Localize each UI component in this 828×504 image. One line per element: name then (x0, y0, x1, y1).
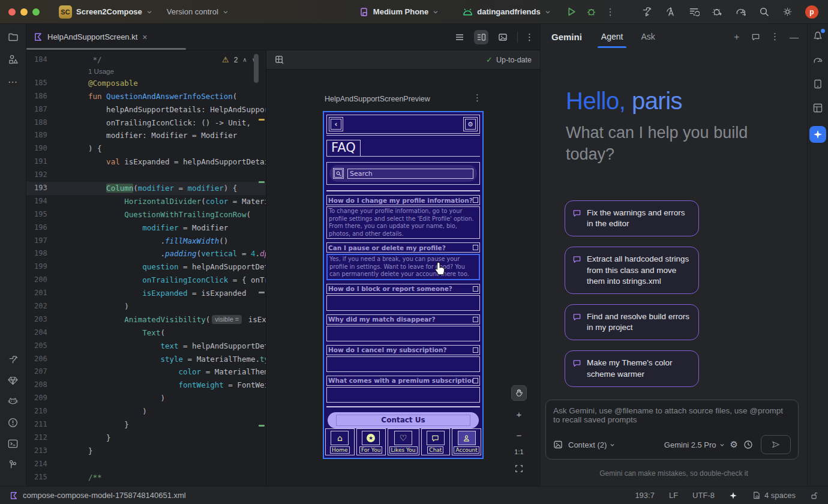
project-folder-icon[interactable] (7, 31, 19, 43)
wire-nav-item-chat[interactable]: Chat (421, 428, 451, 455)
wire-search-bar[interactable]: Search (329, 165, 477, 182)
more-horizontal-icon[interactable]: ⋯ (7, 76, 19, 88)
unlock-icon[interactable] (810, 491, 818, 500)
split-view-icon[interactable] (474, 30, 488, 44)
wire-faq-question[interactable]: Why did my match disappear? (326, 314, 480, 325)
run-config-selector[interactable]: datingandfriends (463, 7, 550, 16)
project-selector[interactable]: SC Screen2Compose (59, 5, 152, 19)
tabstrip-scrollbar[interactable] (26, 48, 186, 50)
chat-history-icon[interactable] (751, 32, 760, 41)
code-line[interactable]: 189 modifier: Modifier = Modifier (26, 129, 266, 142)
status-file-name[interactable]: compose-compose-model-1758748140651.xml (23, 491, 186, 500)
wire-faq-question[interactable]: How do I block or report someone? (326, 284, 480, 294)
pan-hand-icon[interactable] (511, 385, 527, 401)
wire-faq-answer[interactable] (326, 326, 480, 341)
code-line[interactable]: 214 (26, 458, 266, 471)
editor-scrollbar[interactable] (254, 54, 259, 83)
code-line[interactable]: 213} (26, 445, 266, 458)
wire-expand-icon[interactable] (473, 197, 478, 203)
code-line[interactable]: 195 QuestionWithTrailingIconRow( (26, 208, 266, 221)
code-line[interactable]: 185@Composable (26, 77, 266, 90)
minimize-window-icon[interactable] (20, 8, 28, 16)
code-line[interactable]: 190) { (26, 142, 266, 155)
ai-actions-icon[interactable] (665, 6, 676, 17)
inspection-widget[interactable]: ⚠ 2 ∧ ∨ (222, 55, 256, 64)
build-hammer-icon[interactable] (7, 353, 19, 365)
gradle-elephant-icon[interactable] (812, 54, 824, 66)
code-line[interactable]: 187 helpAndSupportDetails: HelpAndSuppor… (26, 103, 266, 116)
wire-faq-question[interactable]: How do I cancel my subscription? (326, 345, 480, 355)
send-button[interactable] (761, 435, 791, 454)
design-view-icon[interactable] (496, 30, 510, 44)
terminal-icon[interactable] (7, 437, 19, 449)
more-vertical-icon[interactable]: ⋮ (606, 7, 615, 17)
wire-faq-answer[interactable] (326, 356, 480, 372)
version-control-branch-icon[interactable] (7, 458, 19, 470)
gemini-spark-icon[interactable] (809, 126, 826, 143)
wire-back-button[interactable]: ‹ (329, 117, 343, 131)
code-line[interactable]: 196 modifier = Modifier (26, 221, 266, 235)
code-line[interactable]: 210 ) (26, 405, 266, 418)
warning-stripe-mark[interactable] (259, 119, 265, 121)
code-line[interactable]: 204 Text( (26, 326, 266, 340)
wire-search-input[interactable]: Search (347, 169, 473, 179)
todo-list-icon[interactable] (688, 6, 700, 17)
code-line[interactable]: 203 AnimatedVisibility(visible = isExpan… (26, 313, 266, 326)
code-view-icon[interactable] (452, 30, 467, 44)
gradle-sync-icon[interactable] (735, 6, 747, 17)
code-line[interactable]: 188 onTrailingIconClick: () -> Unit, (26, 116, 266, 130)
wire-nav-item-account[interactable]: Account (452, 428, 481, 455)
tab-helpandsupportscreen[interactable]: HelpAndSupportScreen.kt × (26, 24, 155, 50)
zoom-in-icon[interactable]: + (511, 406, 527, 422)
wire-faq-question[interactable]: Can I pause or delete my profile? (326, 242, 480, 253)
zoom-to-fit-icon[interactable] (511, 461, 527, 476)
close-tab-icon[interactable]: × (142, 32, 147, 42)
usage-inlay-hint[interactable]: 1 Usage (26, 67, 266, 77)
tab-agent[interactable]: Agent (600, 25, 625, 48)
tab-ask[interactable]: Ask (640, 25, 656, 48)
code-line[interactable]: 209 ) (26, 392, 266, 405)
file-encoding[interactable]: UTF-8 (692, 491, 715, 500)
vcs-stripe-mark[interactable] (259, 181, 265, 183)
wire-nav-item-home[interactable]: ⌂Home (325, 428, 355, 455)
problems-icon[interactable] (7, 416, 19, 428)
code-line[interactable]: 197 .fillMaxWidth() (26, 235, 266, 248)
close-window-icon[interactable] (8, 8, 16, 16)
user-avatar[interactable]: p (805, 5, 818, 19)
wire-expand-icon[interactable] (473, 378, 478, 383)
indent-config[interactable]: 4 spaces (752, 491, 796, 500)
more-vertical-icon[interactable]: ⋮ (770, 31, 779, 42)
code-line[interactable]: 206 style = MaterialTheme.typog (26, 353, 266, 366)
code-line[interactable]: 202 ) (26, 300, 266, 313)
code-line[interactable]: 205 text = helpAndSupportDetail (26, 340, 266, 353)
model-selector[interactable]: Gemini 2.5 Pro (664, 440, 725, 449)
build-run-icon[interactable] (641, 6, 653, 17)
caret-position[interactable]: 193:7 (635, 491, 655, 500)
info-stripe-mark[interactable] (259, 292, 265, 293)
preview-phone-frame[interactable]: ‹ ⚙ FAQ Search How do I change my profil… (323, 111, 484, 459)
code-line[interactable]: 192 (26, 169, 266, 182)
hide-panel-icon[interactable]: — (790, 32, 799, 42)
prompt-settings-icon[interactable]: ⚙ (730, 439, 738, 450)
code-line[interactable]: 208 fontWeight = FontWeight (26, 379, 266, 392)
suggestion-card[interactable]: Extract all hardcoded strings from this … (565, 247, 699, 294)
code-line[interactable]: 199 question = helpAndSupportDetail (26, 260, 266, 274)
resource-gem-icon[interactable] (7, 374, 19, 386)
gemini-input-box[interactable]: Context (2) Gemini 2.5 Pro ⚙ (545, 400, 799, 460)
run-icon[interactable] (566, 7, 577, 17)
zoom-level-label[interactable]: 1:1 (514, 448, 523, 455)
app-insights-cat-icon[interactable] (7, 395, 19, 407)
attach-image-icon[interactable] (553, 440, 563, 449)
notifications-bell-icon[interactable] (812, 30, 824, 42)
code-line[interactable]: 207 color = MaterialTheme. (26, 365, 266, 379)
wire-expand-icon[interactable] (473, 286, 478, 292)
device-manager-icon[interactable] (812, 78, 824, 90)
wire-faq-answer[interactable] (326, 295, 480, 311)
code-line[interactable]: 194 HorizontalDivider(color = MaterialT (26, 195, 266, 208)
wire-faq-question[interactable]: How do I change my profile information? (326, 195, 480, 205)
wire-faq-answer[interactable]: To change your profile information, go t… (326, 206, 480, 239)
macos-traffic-lights[interactable] (8, 8, 40, 16)
layout-inspector-icon[interactable] (812, 102, 824, 114)
code-line[interactable]: 193 Column(modifier = modifier) { (26, 182, 266, 195)
profiler-icon[interactable] (712, 6, 723, 17)
